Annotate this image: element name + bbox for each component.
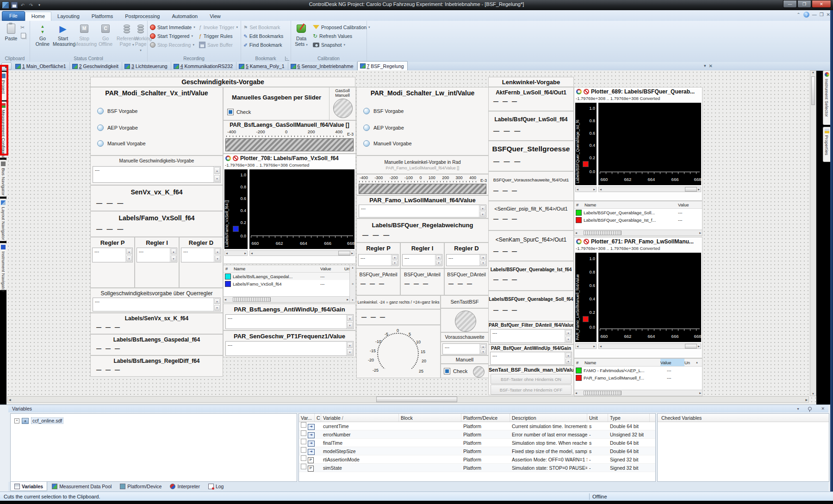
variable-row[interactable]: ➜ currentTime Platform Current simulatio… [299, 422, 655, 430]
no-recording-icon[interactable] [584, 239, 589, 244]
tab-home[interactable]: Home [25, 12, 51, 21]
spinner-buttons[interactable]: ▲▼ [125, 248, 132, 262]
sidebar-tab-instrument-selector[interactable]: Instrument Selector [823, 70, 830, 125]
file-menu-button[interactable]: File [2, 11, 25, 21]
lwsoll-manuell-input[interactable]: ---▲▼ [359, 205, 486, 218]
radio-bsf-vorgabe[interactable]: BSF Vorgabe [363, 108, 404, 114]
lenkwinkel-gauge[interactable]: 0 -5 5 -10 10 -15 15 -20 20 -25 25 [356, 325, 441, 378]
paste-button[interactable]: Paste [1, 23, 21, 41]
copy-icon[interactable] [21, 33, 26, 38]
spinner-buttons[interactable]: ▲▼ [435, 255, 442, 266]
vorausschauweite-input[interactable]: ---▲▼ [442, 343, 487, 355]
signal-row[interactable]: Labels/Famo_VxSoll_f64 --- [224, 280, 355, 287]
gas-slider-track[interactable] [225, 138, 354, 151]
regler-d-input[interactable]: ---▲▼ [181, 248, 221, 262]
plot-scrollbars[interactable]: ◀▶ ◀▶ [575, 343, 701, 349]
quer-antiwindup-input[interactable]: ---▲▼ [490, 352, 572, 365]
value-column-header-highlighted[interactable]: Value [660, 359, 684, 366]
variable-row[interactable]: ➜ finalTime Platform Simulation stop tim… [299, 439, 655, 447]
variable-row[interactable]: P simState Platform Simulation state: ST… [299, 464, 655, 472]
radio-icon[interactable] [97, 124, 104, 131]
spinner-buttons[interactable]: ▲▼ [213, 298, 220, 311]
tab-scroll-down-icon[interactable]: ▾ [704, 63, 706, 68]
sidebar-tab-bus-navigator[interactable]: Bus Navigator [0, 160, 7, 197]
tab-postprocessing[interactable]: Postprocessing [119, 12, 166, 21]
tree-item-sdf[interactable]: + a ccf_online.sdf [14, 417, 297, 424]
layout-tab-4[interactable]: 4KommunikationRS232 [171, 62, 236, 70]
spinner-buttons[interactable]: ▲▼ [391, 255, 398, 266]
plot-area[interactable]: 660662 664666 668 [598, 253, 701, 342]
table-h-scrollbar[interactable]: ◀▶ [574, 230, 702, 236]
row-checkbox[interactable] [301, 422, 306, 428]
spinner-buttons[interactable]: ▲▼ [565, 352, 572, 364]
querregler-input[interactable]: ---▲▼ [93, 298, 221, 311]
radio-icon[interactable] [363, 124, 370, 131]
tab-layouting[interactable]: Layouting [51, 12, 86, 21]
bsf-taster-off-button[interactable]: BSF-Taster ohne Hindernis OFF [491, 385, 572, 395]
plotter-icon[interactable] [225, 156, 231, 161]
trigger-rules-button[interactable]: ƒTrigger Rules [199, 32, 232, 40]
layout-tab-2[interactable]: 2Geschwindigkeit [70, 62, 122, 70]
table-h-scrollbar[interactable]: ◀▶ [574, 390, 702, 396]
layout-tab-1[interactable]: 1Main_Oberfläche1 [13, 62, 70, 70]
stop-recording-button[interactable]: Stop Recording▾ [150, 41, 194, 49]
help-icon[interactable]: ? [803, 12, 809, 18]
bsf-taster-on-button[interactable]: BSF-Taster ohne Hindernis ON [491, 374, 572, 384]
working-page-button[interactable]: WorkingPage ▾ [134, 23, 147, 52]
invoke-trigger-button[interactable]: ƒInvoke Trigger▾ [199, 23, 238, 31]
col-platform-device[interactable]: Platform/Device [461, 414, 510, 422]
col-variable[interactable]: Variable/ [321, 414, 399, 422]
col-type[interactable]: Type [608, 414, 650, 422]
radio-icon[interactable] [97, 140, 104, 147]
col-c[interactable]: C [315, 414, 321, 422]
variable-row[interactable]: ➜ modelStepSize Platform Fixed step size… [299, 447, 655, 455]
spinner-buttons[interactable]: ▲▼ [213, 167, 220, 182]
antiwindup-input[interactable]: ---▲▼ [225, 314, 354, 329]
mdi-minimize-icon[interactable]: — [812, 12, 817, 17]
col-unit[interactable]: Unit [587, 414, 608, 422]
mdi-restore-icon[interactable]: ❐ [820, 12, 824, 17]
workspace-v-scrollbar[interactable]: ▲ ▼ [810, 70, 816, 396]
find-bookmark-button[interactable]: ✐Find Bookmark [243, 41, 282, 49]
check-checkbox[interactable] [444, 368, 450, 374]
table-h-scrollbar[interactable]: ◀▶ [224, 296, 349, 302]
col-var[interactable]: Var... [299, 414, 315, 422]
workspace-h-scrollbar[interactable]: ◀ ▶ [7, 396, 809, 403]
collapse-ribbon-icon[interactable]: ⌃ [796, 12, 800, 17]
col-description[interactable]: Description [510, 414, 587, 422]
radio-manuell-vorgabe[interactable]: Manuell Vorgabe [97, 140, 146, 147]
tree-expander-icon[interactable]: + [14, 418, 19, 423]
close-button[interactable]: ✕ [812, 0, 831, 8]
radio-aep-vorgabe[interactable]: AEP Vorgabe [363, 124, 404, 131]
sidebar-tab-layout-navigator[interactable]: Layout Navigator [0, 199, 7, 241]
sidebar-tab-properties[interactable]: Properties [823, 127, 830, 162]
maximize-button[interactable]: ❐ [797, 0, 811, 8]
manuell-check-row[interactable]: Check [444, 368, 467, 374]
start-triggered-button[interactable]: Start Triggered▾ [150, 32, 193, 40]
cut-icon[interactable]: ✂ [20, 25, 25, 31]
plot-area[interactable]: 660662 664666 668 [598, 103, 701, 185]
no-recording-icon[interactable] [233, 156, 238, 161]
signal-row[interactable]: PAR_Famo_LwSollManuell_f... --- [574, 374, 702, 381]
spinner-buttons[interactable]: ▲▼ [565, 330, 572, 342]
tab-close-icon[interactable]: ✕ [709, 63, 713, 68]
mdi-close-icon[interactable]: ✕ [827, 12, 830, 17]
row-checkbox[interactable] [301, 464, 306, 469]
variable-row[interactable]: ➜ errorNumber Platform Error number of l… [299, 430, 655, 439]
refresh-values-button[interactable]: ↻Refresh Values [313, 32, 352, 40]
plot-scrollbars[interactable]: ◀▶ ◀▶ [224, 250, 354, 256]
tab-automation[interactable]: Automation [166, 12, 204, 21]
edit-bookmarks-button[interactable]: ✎Edit Bookmarks [243, 32, 283, 40]
quer-regler-p-input[interactable]: ---▲▼ [358, 254, 398, 266]
stop-measuring-button[interactable]: M StopMeasuring [74, 23, 94, 47]
col-block[interactable]: Block [399, 414, 461, 422]
plotter-icon[interactable] [576, 239, 582, 244]
radio-icon[interactable] [97, 108, 104, 114]
table-v-scrollbar[interactable]: ▲≡▼ [349, 265, 355, 302]
data-sets-button[interactable]: DataSets ▾ [292, 23, 310, 47]
tab-platform-device[interactable]: Platform/Device [116, 482, 165, 491]
spinner-buttons[interactable]: ▲▼ [214, 248, 221, 262]
row-checkbox[interactable] [301, 447, 306, 453]
regler-i-input[interactable]: ---▲▼ [137, 248, 177, 262]
radio-icon[interactable] [363, 140, 370, 147]
